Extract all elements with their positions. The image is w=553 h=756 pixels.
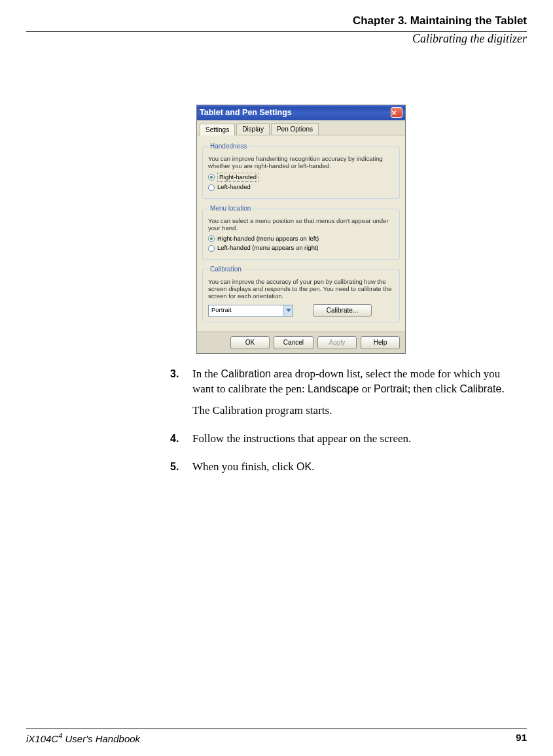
step-5: 5. When you finish, click OK. [170, 460, 520, 481]
tab-display[interactable]: Display [236, 123, 270, 135]
dialog-body: Handedness You can improve handwriting r… [197, 135, 405, 332]
step-3-body: In the Calibration area drop-down list, … [192, 367, 520, 425]
term-landscape: Landscape [308, 383, 359, 394]
handedness-desc: You can improve handwriting recognition … [208, 155, 394, 170]
cancel-button[interactable]: Cancel [274, 336, 313, 349]
dialog-screenshot: Tablet and Pen Settings ✕ Settings Displ… [196, 105, 520, 354]
ok-button[interactable]: OK [230, 336, 270, 349]
term-calibration: Calibration [221, 368, 270, 379]
tab-pen-options[interactable]: Pen Options [271, 123, 319, 135]
step-3-text: In the Calibration area drop-down list, … [192, 367, 520, 397]
close-icon: ✕ [391, 109, 402, 118]
footer-rule [26, 729, 527, 729]
chevron-down-icon [283, 305, 293, 316]
chapter-title: Chapter 3. Maintaining the Tablet [26, 14, 527, 27]
page-footer: iX104C4 User's Handbook 91 [26, 729, 527, 744]
step-3-p2: The Calibration program starts. [192, 404, 520, 419]
tab-settings[interactable]: Settings [200, 124, 235, 136]
step-4: 4. Follow the instructions that appear o… [170, 432, 520, 453]
menu-location-legend: Menu location [208, 204, 253, 213]
handedness-group: Handedness You can improve handwriting r… [202, 142, 400, 199]
term-portrait: Portrait [374, 383, 408, 394]
page-header: Chapter 3. Maintaining the Tablet Calibr… [26, 14, 527, 46]
radio-selected-icon [208, 235, 215, 242]
dialog-titlebar: Tablet and Pen Settings ✕ [197, 105, 405, 120]
calibrate-button[interactable]: Calibrate... [313, 304, 372, 317]
step-5-text: When you finish, click OK. [192, 460, 314, 475]
help-button[interactable]: Help [361, 336, 400, 349]
step-4-text: Follow the instructions that appear on t… [192, 432, 411, 447]
apply-button[interactable]: Apply [317, 336, 357, 349]
handedness-right-radio[interactable]: Right-handed [208, 173, 394, 182]
tab-bar: Settings Display Pen Options [197, 120, 405, 136]
dialog-footer: OK Cancel Apply Help [197, 332, 405, 353]
handedness-right-label: Right-handed [217, 173, 259, 182]
menu-location-desc: You can select a menu position so that m… [208, 217, 394, 232]
main-content: Tablet and Pen Settings ✕ Settings Displ… [170, 105, 520, 481]
step-3: 3. In the Calibration area drop-down lis… [170, 367, 520, 425]
step-3-number: 3. [170, 367, 192, 425]
step-5-number: 5. [170, 460, 192, 481]
book-title: iX104C4 User's Handbook [26, 732, 140, 744]
handedness-left-label: Left-handed [217, 183, 251, 192]
menu-location-group: Menu location You can select a menu posi… [202, 204, 400, 260]
radio-icon [208, 184, 215, 191]
dialog-title: Tablet and Pen Settings [200, 107, 391, 118]
term-ok: OK [296, 461, 312, 472]
handedness-legend: Handedness [208, 142, 249, 151]
calibration-desc: You can improve the accuracy of your pen… [208, 278, 394, 300]
handedness-left-radio[interactable]: Left-handed [208, 183, 394, 192]
menu-left-label: Left-handed (menu appears on right) [217, 244, 319, 252]
calibration-group: Calibration You can improve the accuracy… [202, 265, 400, 322]
radio-icon [208, 245, 215, 252]
step-4-body: Follow the instructions that appear on t… [192, 432, 411, 453]
radio-selected-icon [208, 174, 215, 180]
orientation-dropdown[interactable]: Portrait [208, 305, 293, 317]
close-button[interactable]: ✕ [391, 107, 402, 118]
menu-right-radio[interactable]: Right-handed (menu appears on left) [208, 235, 394, 243]
term-calibrate: Calibrate [459, 383, 501, 394]
step-4-number: 4. [170, 432, 192, 453]
tablet-pen-settings-dialog: Tablet and Pen Settings ✕ Settings Displ… [196, 105, 406, 354]
section-title: Calibrating the digitizer [26, 32, 527, 46]
menu-right-label: Right-handed (menu appears on left) [217, 235, 319, 243]
calibration-legend: Calibration [208, 265, 243, 274]
orientation-selected: Portrait [211, 306, 283, 315]
step-5-body: When you finish, click OK. [192, 460, 314, 481]
page-number: 91 [516, 732, 527, 744]
menu-left-radio[interactable]: Left-handed (menu appears on right) [208, 244, 394, 252]
